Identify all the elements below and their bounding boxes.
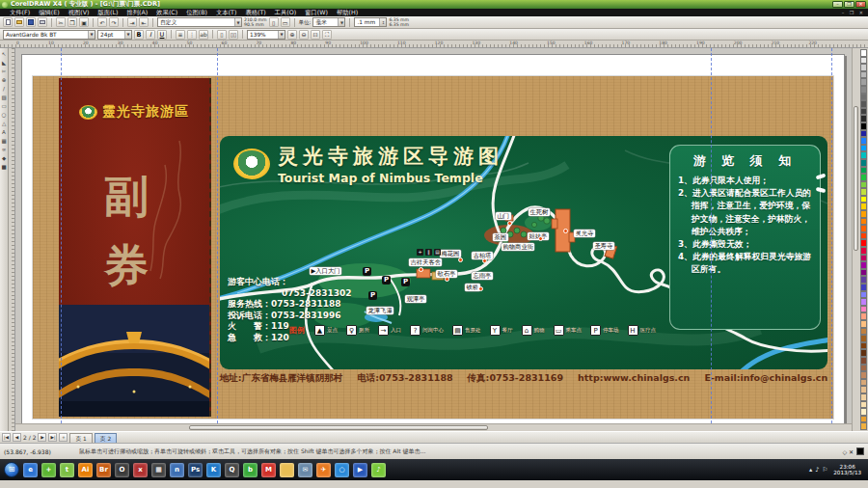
map-label[interactable]: 梅花园 bbox=[440, 250, 461, 258]
map-label[interactable]: 圣寿寺 bbox=[593, 242, 614, 250]
color-swatch[interactable] bbox=[860, 108, 867, 116]
taskbar-app-icon[interactable] bbox=[280, 463, 294, 477]
color-swatch[interactable] bbox=[860, 239, 867, 247]
guideline[interactable] bbox=[711, 48, 712, 423]
ticket-stub[interactable]: 靈光寺旅游區 副 券 bbox=[59, 78, 211, 417]
menu-item[interactable]: 版面(L) bbox=[97, 9, 118, 16]
zoom-in-icon[interactable]: ⊕ bbox=[287, 30, 297, 40]
color-swatch[interactable] bbox=[860, 122, 867, 130]
taskbar-app-icon[interactable]: b bbox=[243, 463, 258, 477]
open-button[interactable] bbox=[14, 17, 24, 27]
color-swatch[interactable] bbox=[860, 137, 867, 145]
map-label[interactable]: 古柏塔 bbox=[472, 252, 493, 259]
menu-item[interactable]: 文本(T) bbox=[216, 9, 236, 16]
poi-marker-icon[interactable] bbox=[478, 286, 483, 291]
color-swatch[interactable] bbox=[860, 349, 867, 357]
nudge-field[interactable]: .1 mm↕ bbox=[354, 17, 387, 27]
last-page-icon[interactable]: ▶| bbox=[48, 433, 57, 442]
taskbar-app-icon[interactable]: ▶ bbox=[353, 463, 367, 477]
color-swatch[interactable] bbox=[860, 174, 867, 181]
horizontal-ruler[interactable]: 0102030405060708090100110120130140150160… bbox=[0, 41, 868, 48]
text-align-button[interactable]: ≡ bbox=[176, 30, 185, 40]
map-label[interactable]: 茶园 bbox=[493, 233, 508, 241]
color-swatch[interactable] bbox=[860, 225, 867, 232]
color-swatch[interactable] bbox=[860, 188, 867, 196]
menu-item[interactable]: 帮助(H) bbox=[337, 9, 358, 16]
poi-marker-icon[interactable] bbox=[419, 267, 423, 272]
toolbox-tool[interactable]: ▭ bbox=[0, 102, 8, 110]
taskbar-app-icon[interactable]: ▦ bbox=[151, 463, 166, 477]
visitor-notice-panel[interactable]: 游 览 须 知 1、此券只限本人使用；2、进入景区请配合景区工作人员的指挥，注意… bbox=[669, 145, 821, 330]
color-swatch[interactable] bbox=[860, 57, 867, 65]
poi-marker-icon[interactable] bbox=[538, 236, 543, 241]
font-size-combo[interactable]: 24pt▼ bbox=[97, 30, 132, 40]
chevron-down-icon[interactable]: ▼ bbox=[234, 18, 241, 26]
cut-icon[interactable]: ✂ bbox=[56, 17, 66, 27]
zoom-out-icon[interactable]: ⊖ bbox=[299, 30, 309, 40]
drawing-canvas[interactable]: 靈光寺旅游區 副 券 bbox=[15, 48, 852, 423]
tray-icon[interactable]: ⚐ bbox=[822, 466, 827, 474]
color-swatch[interactable] bbox=[860, 167, 867, 175]
color-swatch[interactable] bbox=[860, 371, 867, 379]
toolbox-tool[interactable]: ✂ bbox=[0, 68, 8, 75]
color-swatch[interactable] bbox=[860, 86, 867, 94]
page-tab-2[interactable]: 页 2 bbox=[95, 433, 117, 443]
taskbar-app-icon[interactable]: n bbox=[170, 463, 184, 477]
taskbar-app-icon[interactable]: M bbox=[261, 463, 276, 477]
parking-icon[interactable]: P bbox=[368, 291, 377, 300]
start-button[interactable]: ⊞ bbox=[4, 462, 19, 477]
scrollbar-thumb[interactable] bbox=[854, 106, 858, 251]
prev-page-icon[interactable]: ◀ bbox=[13, 433, 21, 442]
color-swatch[interactable] bbox=[860, 269, 867, 277]
zoom-preset-combo[interactable]: 自定义▼ bbox=[157, 17, 242, 27]
parking-icon[interactable]: P bbox=[363, 267, 371, 276]
color-swatch[interactable] bbox=[860, 401, 867, 409]
color-swatch[interactable] bbox=[860, 306, 867, 313]
document-window-controls[interactable]: – ❐ ✕ bbox=[842, 10, 865, 15]
guideline[interactable] bbox=[217, 48, 218, 423]
menu-item[interactable]: 效果(C) bbox=[156, 9, 177, 16]
toolbox-tool[interactable]: ■ bbox=[0, 163, 8, 171]
chevron-down-icon[interactable]: ▼ bbox=[338, 18, 344, 26]
toolbox-tool[interactable]: / bbox=[0, 85, 8, 93]
maximize-button[interactable]: ❐ bbox=[844, 1, 854, 8]
menu-item[interactable]: 视图(V) bbox=[68, 9, 90, 16]
tourist-map-panel[interactable]: 灵光寺旅游区导游图 Tourist Map of Nimbus Temple 游… bbox=[220, 136, 827, 369]
bold-button[interactable]: B bbox=[134, 30, 144, 40]
taskbar-app-icon[interactable]: K bbox=[206, 463, 221, 477]
poi-marker-icon[interactable] bbox=[482, 258, 487, 263]
bullet-list-button[interactable]: ⋮ bbox=[187, 30, 197, 40]
color-swatch[interactable] bbox=[860, 320, 867, 328]
toolbox-tool[interactable]: ∞ bbox=[0, 146, 8, 153]
close-button[interactable]: ✕ bbox=[855, 1, 866, 8]
underline-button[interactable]: U bbox=[157, 30, 167, 40]
color-swatch[interactable] bbox=[860, 328, 867, 336]
map-label[interactable]: 山门 bbox=[496, 212, 511, 220]
new-document-button[interactable] bbox=[3, 17, 13, 27]
toolbox-tool[interactable]: ◆ bbox=[0, 154, 8, 162]
color-swatch[interactable] bbox=[860, 379, 867, 387]
color-swatch[interactable] bbox=[860, 145, 867, 152]
taskbar-app-icon[interactable]: + bbox=[41, 463, 56, 477]
color-swatch[interactable] bbox=[860, 151, 867, 159]
paste-icon[interactable]: ▣ bbox=[79, 17, 89, 27]
map-label[interactable]: 忘雨亭 bbox=[472, 272, 493, 280]
chevron-down-icon[interactable]: ▼ bbox=[278, 31, 285, 39]
taskbar-app-icon[interactable]: ✉ bbox=[298, 463, 312, 477]
zoom-page-icon[interactable]: ⛶ bbox=[322, 30, 332, 40]
color-swatch[interactable] bbox=[860, 115, 867, 122]
color-swatch[interactable] bbox=[860, 284, 867, 291]
parking-icon[interactable]: P bbox=[401, 278, 410, 286]
color-swatch[interactable] bbox=[860, 312, 867, 320]
color-swatch[interactable] bbox=[860, 386, 867, 393]
italic-button[interactable]: I bbox=[146, 30, 155, 40]
zoom-level-combo[interactable]: 139%▼ bbox=[247, 30, 285, 40]
poi-marker-icon[interactable] bbox=[507, 221, 512, 226]
color-swatch[interactable] bbox=[860, 416, 867, 423]
page-tab-1[interactable]: 页 1 bbox=[69, 433, 92, 443]
taskbar-app-icon[interactable]: ✈ bbox=[316, 463, 331, 477]
menu-item[interactable]: 窗口(W) bbox=[305, 9, 328, 16]
color-swatch[interactable] bbox=[860, 357, 867, 365]
scrollbar-thumb[interactable] bbox=[189, 425, 488, 430]
color-swatch[interactable] bbox=[860, 196, 867, 203]
